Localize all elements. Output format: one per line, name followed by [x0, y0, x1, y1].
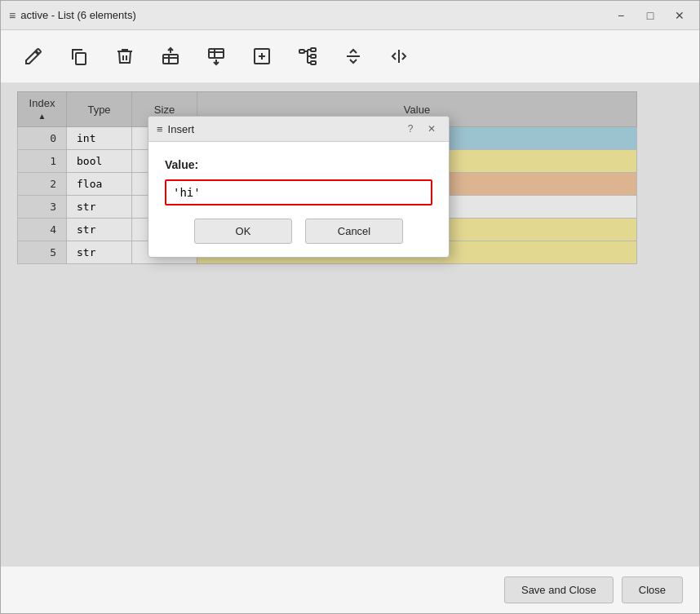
copy-button[interactable] [63, 40, 95, 73]
dialog-title-bar: ≡ Insert ? ✕ [148, 117, 449, 142]
dialog-value-input[interactable] [165, 179, 432, 205]
delete-button[interactable] [109, 40, 141, 73]
maximize-button[interactable]: □ [639, 7, 662, 24]
svg-rect-12 [311, 48, 316, 51]
edit-button[interactable] [17, 40, 50, 73]
dialog-value-label: Value: [165, 158, 432, 171]
main-window: ≡ active - List (6 elements) − □ ✕ [0, 0, 700, 614]
minimize-button[interactable]: − [609, 7, 632, 24]
dialog-cancel-button[interactable]: Cancel [305, 219, 403, 244]
svg-rect-14 [311, 61, 316, 64]
dialog-close-button[interactable]: ✕ [423, 121, 441, 136]
dialog-button-row: OK Cancel [148, 219, 449, 257]
toolbar [1, 30, 699, 83]
close-button[interactable]: Close [622, 576, 683, 603]
window-icon: ≡ [9, 9, 16, 22]
svg-rect-0 [76, 53, 86, 64]
dialog-body: Value: [148, 142, 449, 219]
content-area: Index ▲ Type Size Value 0 int 1 bool [1, 83, 699, 566]
add-button[interactable] [246, 40, 278, 73]
insert-row-above-button[interactable] [154, 40, 187, 73]
footer: Save and Close Close [1, 566, 699, 613]
dialog-ok-button[interactable]: OK [194, 219, 292, 244]
svg-rect-1 [163, 55, 178, 64]
title-bar: ≡ active - List (6 elements) − □ ✕ [1, 1, 699, 30]
tree-button[interactable] [291, 40, 324, 73]
svg-rect-11 [299, 50, 304, 53]
svg-rect-4 [209, 49, 224, 58]
svg-rect-13 [311, 55, 316, 58]
window-controls: − □ ✕ [609, 7, 691, 24]
insert-dialog: ≡ Insert ? ✕ Value: OK Cancel [148, 116, 450, 258]
dialog-icon: ≡ [157, 123, 163, 135]
dialog-controls: ? ✕ [401, 121, 441, 136]
window-title: active - List (6 elements) [20, 9, 609, 21]
split-button[interactable] [383, 40, 415, 73]
dialog-help-button[interactable]: ? [401, 121, 419, 136]
insert-row-below-button[interactable] [200, 40, 233, 73]
dialog-overlay: ≡ Insert ? ✕ Value: OK Cancel [1, 83, 699, 566]
close-window-button[interactable]: ✕ [668, 7, 691, 24]
dialog-title: Insert [168, 123, 401, 135]
save-and-close-button[interactable]: Save and Close [504, 576, 614, 603]
align-button[interactable] [337, 40, 370, 73]
